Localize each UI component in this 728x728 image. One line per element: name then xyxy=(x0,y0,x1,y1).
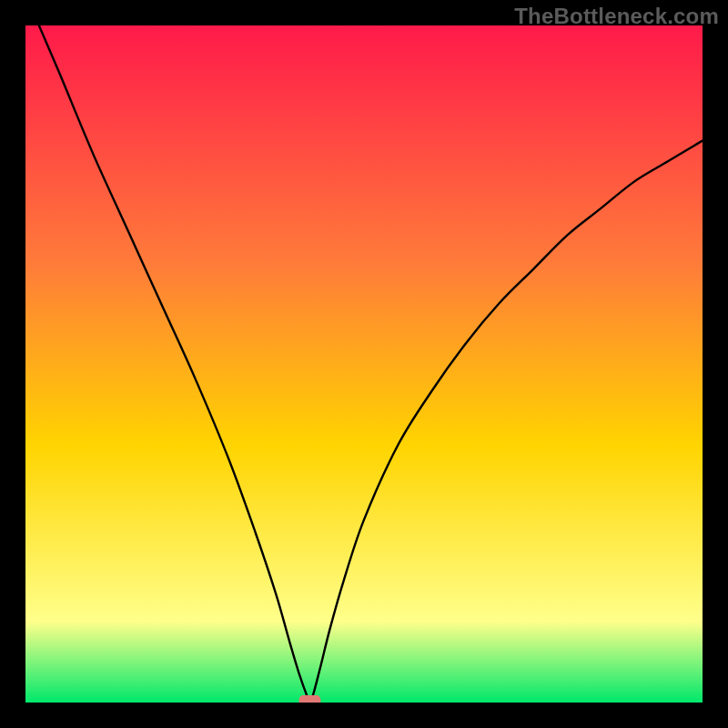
watermark-text: TheBottleneck.com xyxy=(514,4,719,29)
chart-svg xyxy=(25,25,703,703)
plot-area xyxy=(25,25,703,703)
gradient-background xyxy=(25,25,703,703)
chart-frame: TheBottleneck.com xyxy=(0,0,728,728)
optimal-marker xyxy=(299,695,321,703)
